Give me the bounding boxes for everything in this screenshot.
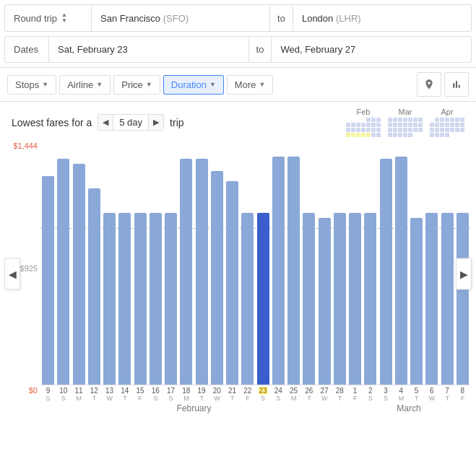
bar-col[interactable] bbox=[117, 140, 132, 385]
bar[interactable] bbox=[226, 181, 238, 385]
bar-col[interactable] bbox=[286, 140, 301, 385]
bar[interactable] bbox=[150, 213, 162, 385]
bar[interactable] bbox=[319, 218, 331, 385]
x-date: 18 bbox=[182, 387, 190, 395]
location-icon-btn[interactable] bbox=[417, 72, 441, 97]
x-date: 11 bbox=[75, 387, 83, 395]
day-prev-btn[interactable]: ◀ bbox=[98, 115, 113, 129]
bar[interactable] bbox=[287, 157, 300, 385]
bar[interactable] bbox=[211, 171, 223, 385]
month-labels-row: FebruaryMarch bbox=[40, 402, 470, 413]
origin-city: San Francisco bbox=[100, 13, 160, 24]
bar[interactable] bbox=[349, 213, 361, 385]
bar[interactable] bbox=[73, 164, 85, 385]
x-col: 25M bbox=[286, 385, 301, 402]
bar-col[interactable] bbox=[209, 140, 225, 385]
trip-days-value: 5 day bbox=[113, 115, 149, 130]
bar-col[interactable] bbox=[163, 140, 178, 385]
bar-col[interactable] bbox=[178, 140, 194, 385]
bar-col[interactable] bbox=[363, 140, 378, 385]
bar[interactable] bbox=[103, 213, 116, 385]
bar[interactable] bbox=[88, 188, 100, 385]
y-max-label: $1,444 bbox=[6, 140, 38, 150]
bar[interactable] bbox=[456, 213, 469, 385]
dates-label: Dates bbox=[5, 37, 48, 62]
departure-date[interactable]: Sat, February 23 bbox=[48, 37, 249, 62]
x-date: 17 bbox=[167, 387, 175, 395]
more-filter[interactable]: More ▼ bbox=[227, 75, 274, 95]
chart-next-btn[interactable]: ▶ bbox=[456, 258, 472, 289]
dest-code: (LHR) bbox=[336, 13, 361, 24]
price-filter[interactable]: Price ▼ bbox=[113, 75, 160, 95]
bar[interactable] bbox=[257, 213, 269, 385]
x-col: 3S bbox=[378, 385, 394, 402]
x-day: T bbox=[445, 395, 449, 402]
bar[interactable] bbox=[395, 157, 407, 385]
bar[interactable] bbox=[57, 159, 69, 385]
bar[interactable] bbox=[303, 213, 315, 385]
x-day: T bbox=[230, 395, 235, 402]
y-min-label: $0 bbox=[6, 386, 38, 396]
bar[interactable] bbox=[118, 213, 131, 385]
x-col: 17S bbox=[163, 385, 178, 402]
dates-bar: Dates Sat, February 23 to Wed, February … bbox=[4, 36, 472, 63]
airline-filter[interactable]: Airline ▼ bbox=[59, 75, 111, 95]
bar[interactable] bbox=[180, 159, 192, 385]
return-date[interactable]: Wed, February 27 bbox=[272, 37, 471, 62]
bar-col[interactable] bbox=[72, 140, 87, 385]
chart-prev-btn[interactable]: ◀ bbox=[4, 258, 20, 289]
origin-field[interactable]: San Francisco (SFO) bbox=[92, 6, 270, 31]
bar-col[interactable] bbox=[271, 140, 286, 385]
bar[interactable] bbox=[42, 176, 54, 385]
duration-filter[interactable]: Duration ▼ bbox=[163, 75, 224, 95]
bar-col[interactable] bbox=[378, 140, 394, 385]
x-col: 18M bbox=[178, 385, 194, 402]
bar-col[interactable] bbox=[347, 140, 363, 385]
stops-filter[interactable]: Stops ▼ bbox=[7, 75, 56, 95]
x-date: 4 bbox=[399, 387, 404, 395]
bar-col[interactable] bbox=[225, 140, 240, 385]
bar[interactable] bbox=[410, 218, 423, 385]
bar-col[interactable] bbox=[332, 140, 347, 385]
bar[interactable] bbox=[364, 213, 376, 385]
bar-chart-icon-btn[interactable] bbox=[444, 72, 469, 97]
x-date: 1 bbox=[353, 387, 358, 395]
trip-type-arrows: ▲▼ bbox=[61, 12, 72, 24]
bar-col[interactable] bbox=[133, 140, 148, 385]
bar[interactable] bbox=[241, 213, 254, 385]
bar-col[interactable] bbox=[102, 140, 117, 385]
day-next-btn[interactable]: ▶ bbox=[149, 115, 163, 129]
x-date: 27 bbox=[321, 387, 329, 395]
bar-col[interactable] bbox=[148, 140, 163, 385]
bar[interactable] bbox=[441, 213, 454, 385]
x-day: S bbox=[368, 395, 373, 402]
bar[interactable] bbox=[425, 213, 438, 385]
bar-col[interactable] bbox=[256, 140, 271, 385]
bar[interactable] bbox=[334, 213, 346, 385]
trip-type-selector[interactable]: Round trip ▲▼ bbox=[5, 5, 92, 31]
date-to-separator: to bbox=[249, 37, 272, 62]
bar-col[interactable] bbox=[301, 140, 316, 385]
x-day: F bbox=[138, 395, 142, 402]
bar-col[interactable] bbox=[409, 140, 424, 385]
bar-col[interactable] bbox=[317, 140, 332, 385]
bar-col[interactable] bbox=[40, 140, 56, 385]
bar[interactable] bbox=[272, 157, 285, 385]
bar[interactable] bbox=[196, 159, 208, 385]
destination-field[interactable]: London (LHR) bbox=[293, 6, 471, 31]
x-day: T bbox=[123, 395, 127, 402]
bar-col[interactable] bbox=[440, 140, 455, 385]
bar-col[interactable] bbox=[424, 140, 439, 385]
x-col: 7T bbox=[440, 385, 455, 402]
bar[interactable] bbox=[134, 213, 147, 385]
bar[interactable] bbox=[165, 213, 177, 385]
bar-col[interactable] bbox=[87, 140, 102, 385]
bar-col[interactable] bbox=[394, 140, 409, 385]
bar-col[interactable] bbox=[240, 140, 255, 385]
bar-col[interactable] bbox=[56, 140, 71, 385]
x-date: 25 bbox=[290, 387, 298, 395]
mini-cal-feb: Feb bbox=[346, 108, 381, 137]
bar[interactable] bbox=[380, 159, 392, 385]
x-col: 27W bbox=[317, 385, 332, 402]
bar-col[interactable] bbox=[194, 140, 209, 385]
